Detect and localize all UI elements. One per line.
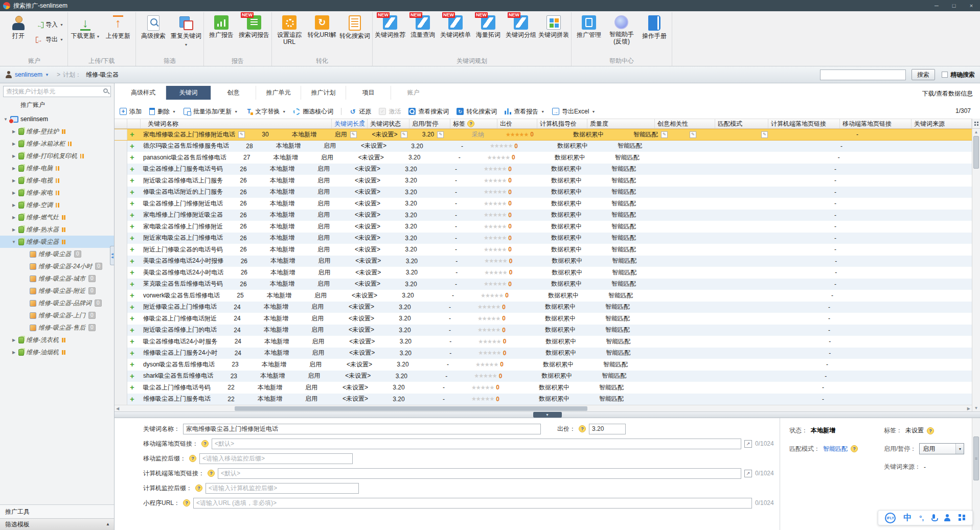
expand-arrow-icon[interactable]: ▶ [11, 227, 16, 232]
add-keyword-icon[interactable]: + [130, 304, 134, 311]
microphone-icon[interactable] [931, 514, 936, 521]
column-header-tag[interactable]: 标签? [450, 119, 497, 128]
enable-pause-select[interactable]: 启用 ▼ [919, 443, 964, 454]
keyword-row[interactable]: +修吸尘器上门维修电话附近24本地新增启用<未设置>3.20-★★★★★0数据积… [115, 313, 972, 325]
upload-update-button[interactable]: 上传更新 [102, 12, 134, 40]
tree-plan-item[interactable]: ▶维修-电视 [0, 174, 114, 187]
tree-unit-item[interactable]: 维修-吸尘器-上门0 [0, 309, 114, 321]
sidebar-collapse-handle[interactable]: ◀ ◀ [110, 246, 114, 265]
promotion-tools-button[interactable]: 推广工具 [0, 505, 114, 518]
tree-unit-item[interactable]: 维修-吸尘器-售后0 [0, 321, 114, 334]
keyword-row[interactable]: +修吸尘器电话附近的上门服务26本地新增启用<未设置>3.20-★★★★★0数据… [115, 187, 972, 198]
keyword-row[interactable]: +吸尘器上门维修电话号码22本地新增启用<未设置>3.20-★★★★★0数据积累… [115, 382, 972, 394]
row-selector-cell[interactable] [115, 325, 127, 336]
panel-splitter[interactable]: ▼ [115, 411, 980, 418]
row-selector-cell[interactable] [115, 394, 127, 405]
column-header-status[interactable]: 关键词状态 [368, 119, 409, 128]
keyword-row[interactable]: +附近修吸尘器上门维修电话24本地新增启用<未设置>3.20-★★★★★0数据积… [115, 302, 972, 313]
row-selector-cell[interactable] [115, 198, 127, 210]
keyword-row[interactable]: +美吸尘器维修电话24小时电话26本地新增启用<未设置>3.20-★★★★★0数… [115, 267, 972, 279]
add-keyword-icon[interactable]: + [130, 177, 134, 184]
expand-arrow-icon[interactable]: ▶ [11, 203, 16, 208]
export-button[interactable]: 导出▼ [36, 35, 63, 44]
ime-language-toggle[interactable]: 中 [903, 513, 911, 523]
add-keyword-icon[interactable]: + [130, 258, 134, 265]
pc-suffix-input[interactable] [206, 483, 359, 494]
add-keyword-icon[interactable]: + [130, 131, 134, 138]
tree-unit-item[interactable]: 维修-吸尘器-24小时0 [0, 260, 114, 272]
keyword-row[interactable]: +家电吸尘器维修上门维修附近26本地新增启用<未设置>3.20-★★★★★0数据… [115, 221, 972, 233]
add-keyword-icon[interactable]: + [130, 350, 134, 357]
edit-icon[interactable]: ✎ [761, 131, 768, 138]
tab-账户[interactable]: 账户 [391, 86, 436, 100]
convert-uri-button[interactable]: 转化URI解 [306, 12, 338, 39]
keyword-assemble-button[interactable]: 关键词拼装 [537, 12, 570, 39]
pc-suffix-help-icon[interactable]: ? [195, 485, 202, 492]
add-keyword-icon[interactable]: + [130, 166, 134, 173]
ime-user-icon[interactable] [944, 514, 951, 521]
tab-创意[interactable]: 创意 [211, 86, 256, 100]
edit-icon[interactable]: ✎ [437, 131, 444, 138]
duplicate-keywords-button[interactable]: 重复关键词 ▼ [170, 12, 202, 49]
add-keyword-icon[interactable]: + [130, 143, 134, 150]
add-keyword-icon[interactable]: + [130, 223, 134, 230]
keyword-recommend-button[interactable]: NEW关键词推荐 [374, 12, 406, 39]
keyword-rank-button[interactable]: NEW关键词榜单 [439, 12, 472, 39]
tree-plan-item[interactable]: ▶维修-冰箱冰柜 [0, 137, 114, 150]
advanced-search-button[interactable]: 高级搜索 [137, 12, 170, 40]
maximize-button[interactable]: □ [945, 0, 963, 11]
row-selector-cell[interactable] [115, 244, 127, 256]
traffic-query-button[interactable]: NEW流量查询 [406, 12, 439, 39]
horizontal-scroll-thumb[interactable] [235, 406, 587, 411]
action-view-report-button[interactable]: 查看报告▼ [505, 107, 544, 116]
row-selector-cell[interactable] [115, 302, 127, 313]
row-selector-cell[interactable] [115, 336, 127, 348]
tab-推广单元[interactable]: 推广单元 [256, 86, 301, 100]
row-selector-cell[interactable] [115, 371, 127, 382]
promotion-report-button[interactable]: 推广报告 [205, 12, 238, 39]
edit-icon[interactable]: ✎ [690, 131, 696, 138]
row-selector-cell[interactable] [115, 256, 127, 267]
row-selector-cell[interactable] [115, 221, 127, 233]
search-button[interactable]: 搜索 [911, 69, 935, 80]
keyword-row[interactable]: +德尔玛吸尘器售后维修服务电话28本地新增启用<未设置>3.20-★★★★★0数… [115, 141, 972, 152]
smart-assistant-button[interactable]: 智能助手(反馈) [605, 12, 638, 45]
tree-plan-item[interactable]: ▶维修-打印机复印机 [0, 150, 114, 162]
row-selector-cell[interactable] [115, 187, 127, 198]
expand-arrow-icon[interactable]: ▶ [11, 142, 16, 146]
edit-icon[interactable]: ✎ [401, 131, 407, 138]
exact-search-checkbox[interactable] [942, 72, 948, 78]
tag-help-icon[interactable]: ? [927, 427, 934, 434]
action-delete-button[interactable]: 删除▼ [149, 107, 176, 116]
global-search-input[interactable] [820, 70, 906, 80]
add-keyword-icon[interactable]: + [130, 373, 134, 380]
add-keyword-icon[interactable]: + [130, 212, 134, 219]
detail-vertical-scrollbar[interactable]: ≡ [972, 418, 980, 530]
table-vertical-scrollbar[interactable]: ▲ ▼ [972, 129, 980, 411]
pc-link-help-icon[interactable]: ? [208, 470, 215, 477]
row-selector-cell[interactable] [115, 382, 127, 394]
edit-icon[interactable]: ✎ [661, 131, 668, 138]
filter-template-bar[interactable]: 筛选模板 ▲ [0, 518, 114, 530]
expand-arrow-icon[interactable]: ▶ [11, 191, 16, 195]
action-export-excel-button[interactable]: 导出Excel▼ [552, 107, 595, 116]
keyword-row[interactable]: +附近家电吸尘器上门维修电话26本地新增启用<未设置>3.20-★★★★★0数据… [115, 233, 972, 244]
keyword-row[interactable]: +家电维修上门维修附近吸尘器26本地新增启用<未设置>3.20-★★★★★0数据… [115, 210, 972, 221]
column-header-bid[interactable]: 出价 [497, 119, 537, 128]
keyword-row[interactable]: +吸尘器维修电话24小时服务24本地新增启用<未设置>3.20-★★★★★0数据… [115, 336, 972, 348]
expand-arrow-icon[interactable]: ▶ [11, 166, 16, 171]
keyword-row[interactable]: +吸尘器维修上门维修附近电话26本地新增启用<未设置>3.20-★★★★★0数据… [115, 198, 972, 210]
mobile-suffix-input[interactable] [199, 453, 353, 464]
match-mode-help-icon[interactable]: ? [851, 445, 858, 452]
tree-plan-item[interactable]: ▶维修-家电 [0, 187, 114, 199]
add-keyword-icon[interactable]: + [130, 338, 134, 345]
scroll-down-icon[interactable]: ▼ [972, 406, 980, 410]
mass-expand-words-button[interactable]: NEW海量拓词 [472, 12, 505, 39]
ime-punctuation-toggle[interactable]: °, [919, 514, 924, 522]
expand-arrow-icon[interactable]: ▶ [11, 350, 16, 355]
row-selector-cell[interactable] [115, 233, 127, 244]
miniapp-url-input[interactable] [193, 498, 752, 509]
tree-plan-item[interactable]: ▶维修-热水器 [0, 223, 114, 236]
expand-arrow-icon[interactable]: ▶ [11, 154, 16, 158]
tree-plan-item[interactable]: ▶维修-燃气灶 [0, 211, 114, 223]
